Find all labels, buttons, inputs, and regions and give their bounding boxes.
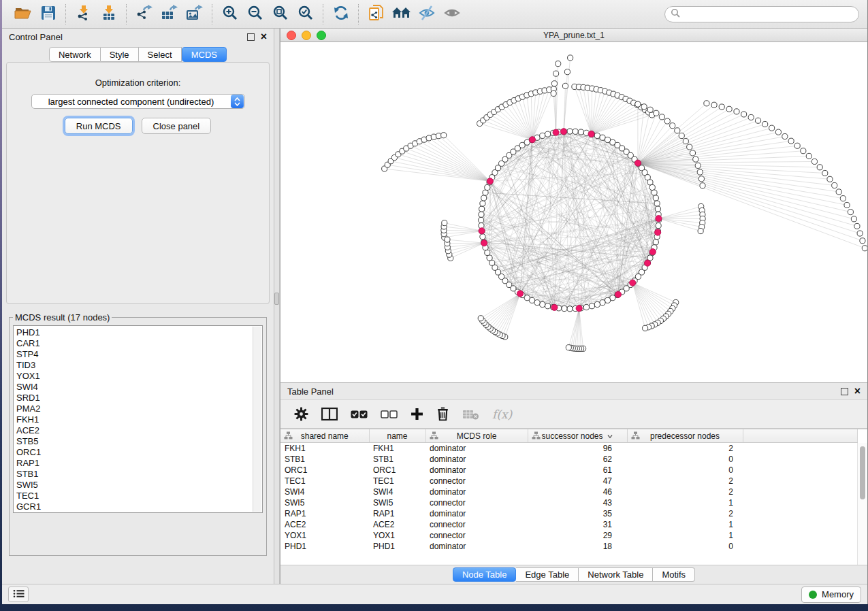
network-node[interactable] (540, 301, 545, 307)
export-table-button[interactable] (157, 3, 182, 26)
network-node[interactable] (860, 238, 865, 244)
mcds-node[interactable] (551, 304, 558, 310)
network-node[interactable] (822, 170, 828, 176)
network-node[interactable] (553, 71, 559, 76)
network-node[interactable] (801, 148, 806, 154)
close-panel-icon[interactable]: × (854, 388, 861, 395)
tab-node-table[interactable]: Node Table (453, 567, 517, 582)
network-node[interactable] (782, 133, 788, 139)
network-node[interactable] (487, 255, 492, 261)
import-network-button[interactable] (71, 3, 96, 26)
export-image-button[interactable] (182, 3, 207, 26)
network-node[interactable] (679, 133, 684, 138)
network-node[interactable] (811, 159, 817, 164)
network-node[interactable] (441, 133, 447, 138)
network-node[interactable] (647, 107, 653, 112)
network-node[interactable] (654, 201, 660, 206)
network-node[interactable] (567, 306, 573, 312)
mcds-node[interactable] (649, 249, 656, 255)
tab-motifs[interactable]: Motifs (653, 567, 695, 582)
network-node[interactable] (564, 69, 570, 75)
list-item[interactable]: STP4 (16, 349, 251, 360)
list-item[interactable]: TEC1 (16, 491, 251, 501)
network-node[interactable] (851, 216, 856, 222)
table-row[interactable]: RAP1RAP1dominator352 (280, 508, 858, 519)
network-node[interactable] (480, 234, 485, 240)
network-node[interactable] (690, 150, 695, 156)
network-node[interactable] (479, 212, 484, 217)
import-table-button[interactable] (96, 3, 121, 26)
network-node[interactable] (844, 202, 850, 208)
network-node[interactable] (862, 246, 867, 251)
tab-mcds[interactable]: MCDS (182, 47, 227, 62)
split-columns-icon[interactable] (321, 408, 338, 420)
zoom-fit-button[interactable] (268, 3, 293, 26)
network-node[interactable] (567, 129, 573, 134)
column-header-shared-name[interactable]: shared name (280, 429, 369, 443)
network-node[interactable] (683, 139, 688, 144)
network-node[interactable] (854, 223, 860, 229)
list-item[interactable]: STB5 (16, 436, 251, 447)
mcds-node[interactable] (479, 228, 485, 234)
network-node[interactable] (675, 128, 680, 133)
mcds-node[interactable] (588, 131, 594, 137)
network-node[interactable] (594, 133, 600, 138)
delete-column-icon[interactable] (436, 407, 449, 421)
mcds-node[interactable] (481, 240, 487, 246)
network-node[interactable] (556, 61, 561, 67)
share-document-button[interactable] (364, 3, 389, 26)
network-node[interactable] (794, 143, 800, 148)
zoom-out-button[interactable] (242, 3, 268, 26)
network-node[interactable] (635, 101, 641, 107)
network-node[interactable] (431, 134, 436, 139)
list-item[interactable]: YOX1 (16, 371, 251, 382)
network-node[interactable] (748, 114, 754, 120)
vertical-splitter[interactable] (274, 29, 280, 584)
network-node[interactable] (540, 133, 545, 138)
mcds-node[interactable] (517, 291, 523, 297)
list-item[interactable]: TID3 (16, 360, 251, 371)
list-item[interactable]: FKH1 (16, 414, 251, 425)
mcds-node[interactable] (656, 216, 662, 222)
zoom-in-button[interactable] (217, 3, 242, 26)
hide-visual-button[interactable] (414, 3, 439, 26)
network-node[interactable] (836, 189, 841, 195)
list-item[interactable]: ACE2 (16, 425, 251, 436)
network-node[interactable] (562, 83, 568, 88)
network-node[interactable] (578, 129, 583, 135)
tab-network-table[interactable]: Network Table (579, 567, 653, 582)
mcds-node[interactable] (655, 229, 661, 235)
zoom-selected-button[interactable] (293, 3, 318, 26)
export-network-button[interactable] (131, 3, 157, 26)
network-node[interactable] (483, 190, 488, 195)
refresh-button[interactable] (328, 3, 353, 26)
tab-select[interactable]: Select (139, 47, 182, 62)
column-header-MCDS-role[interactable]: MCDS role (425, 429, 528, 443)
close-panel-button[interactable]: Close panel (142, 118, 212, 134)
network-node[interactable] (664, 118, 670, 124)
column-header-predecessor-nodes[interactable]: predecessor nodes (627, 429, 743, 443)
open-file-button[interactable] (10, 3, 35, 26)
network-node[interactable] (545, 303, 550, 309)
network-node[interactable] (734, 109, 739, 114)
table-row[interactable]: ORC1ORC1dominator610 (280, 465, 858, 476)
network-node[interactable] (832, 182, 837, 188)
network-node[interactable] (693, 156, 698, 162)
scrollbar-thumb[interactable] (860, 446, 865, 499)
save-session-button[interactable] (35, 3, 61, 26)
show-visual-button[interactable] (439, 3, 464, 26)
network-node[interactable] (726, 106, 732, 112)
network-node[interactable] (573, 129, 578, 134)
network-node[interactable] (480, 201, 485, 206)
table-row[interactable]: TEC1TEC1connector472 (280, 476, 858, 486)
mcds-node[interactable] (645, 260, 651, 266)
add-column-icon[interactable] (411, 408, 423, 420)
list-item[interactable]: PHD1 (16, 327, 251, 338)
column-header-name[interactable]: name (369, 429, 425, 443)
network-canvas[interactable] (280, 42, 867, 382)
network-node[interactable] (654, 110, 659, 116)
network-node[interactable] (653, 195, 658, 201)
home-networks-button[interactable] (389, 3, 414, 26)
tab-edge-table[interactable]: Edge Table (516, 567, 579, 582)
network-node[interactable] (485, 184, 490, 190)
